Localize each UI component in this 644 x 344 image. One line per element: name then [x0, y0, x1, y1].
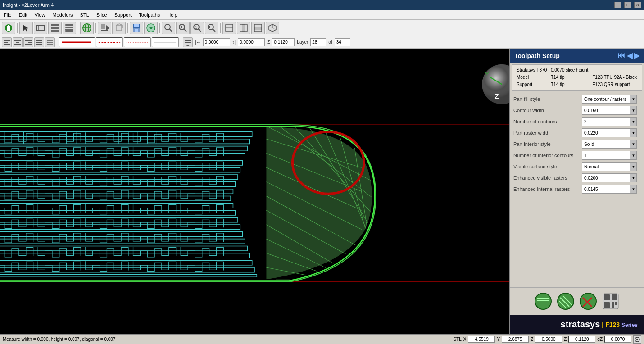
enhanced-visible-dropdown[interactable]: ▼ — [630, 173, 637, 182]
view-side-button[interactable] — [237, 22, 250, 34]
snap-button[interactable] — [633, 335, 641, 344]
part-fill-style-dropdown[interactable]: ▼ — [630, 95, 637, 104]
menu-file[interactable]: File — [0, 11, 15, 18]
layer-field[interactable]: 28 — [310, 38, 326, 46]
visible-surface-input[interactable]: Normal — [582, 162, 630, 171]
save-button[interactable] — [130, 22, 143, 34]
grid-icon[interactable] — [602, 292, 620, 310]
enhanced-internal-input[interactable]: 0.0145 — [582, 185, 630, 194]
line-style-2[interactable] — [96, 37, 123, 47]
align-right-button[interactable] — [23, 37, 33, 47]
z-field[interactable]: 0.1120 — [272, 38, 295, 46]
svg-rect-9 — [65, 29, 73, 30]
window-controls[interactable]: ─ □ ✕ — [614, 2, 641, 8]
nav-next[interactable]: ▶ — [634, 51, 639, 60]
view-top-button[interactable] — [222, 22, 236, 34]
bottom-icons — [510, 287, 644, 315]
svg-line-34 — [213, 29, 215, 32]
contour-width-dropdown[interactable]: ▼ — [630, 106, 637, 115]
menu-toolpaths[interactable]: Toolpaths — [135, 11, 163, 18]
select-button[interactable] — [19, 22, 33, 34]
menu-help[interactable]: Help — [163, 11, 181, 18]
align-center-button[interactable] — [13, 37, 23, 47]
x-field[interactable]: 0.0000 — [203, 38, 230, 46]
close-button[interactable]: ✕ — [634, 2, 641, 8]
line-style-4[interactable] — [152, 37, 179, 47]
model-label: Model — [515, 74, 549, 81]
zoom-previous-button[interactable] — [205, 22, 218, 34]
menu-view[interactable]: View — [31, 11, 49, 18]
justify-button[interactable] — [34, 37, 44, 47]
y-label: Y — [497, 337, 500, 342]
line-style-1[interactable] — [59, 37, 95, 47]
setting-row-enhanced-internal: Enhanced internal rasters 0.0145 ▼ — [513, 184, 640, 194]
move-to-platform-button[interactable] — [98, 22, 111, 34]
interior-contours-dropdown[interactable]: ▼ — [630, 151, 637, 160]
home-button[interactable] — [2, 22, 15, 34]
nav-prev[interactable]: ◀ — [627, 51, 632, 60]
globe-button[interactable] — [80, 22, 94, 34]
z-label: Z — [266, 40, 271, 45]
visible-surface-dropdown[interactable]: ▼ — [630, 162, 637, 171]
menu-edit[interactable]: Edit — [15, 11, 31, 18]
menubar: File Edit View Modelers STL Slice Suppor… — [0, 10, 644, 20]
contour-width-input[interactable]: 0.0160 — [582, 106, 630, 115]
menu-modelers[interactable]: Modelers — [49, 11, 76, 18]
visible-surface-control: Normal ▼ — [582, 162, 640, 171]
align-left-button[interactable] — [2, 37, 12, 47]
menu-stl[interactable]: STL — [77, 11, 93, 18]
nav-arrows[interactable]: ⏮ ◀ ▶ — [618, 51, 639, 60]
interior-style-dropdown[interactable]: ▼ — [630, 140, 637, 149]
indent-button[interactable] — [45, 37, 55, 47]
part-fill-style-control: One contour / rasters ▼ — [582, 95, 640, 104]
stop-icon[interactable] — [579, 292, 597, 310]
num-contours-input[interactable]: 2 — [582, 117, 630, 126]
menu-support[interactable]: Support — [111, 11, 136, 18]
line-style-3[interactable] — [124, 37, 151, 47]
part-fill-style-label: Part fill style — [513, 96, 582, 102]
y-field[interactable]: 0.0000 — [238, 38, 265, 46]
enhanced-internal-dropdown[interactable]: ▼ — [630, 185, 637, 194]
raster-icon-2[interactable] — [557, 292, 575, 310]
of-field[interactable]: 34 — [335, 38, 350, 46]
enhanced-visible-input[interactable]: 0.0200 — [582, 173, 630, 182]
printer-info: Stratasys F370 0.0070 slice height Model… — [512, 64, 642, 91]
sep2 — [78, 23, 78, 33]
nav-prev-prev[interactable]: ⏮ — [618, 51, 625, 60]
menu-slice[interactable]: Slice — [93, 11, 111, 18]
part-fill-style-input[interactable]: One contour / rasters — [582, 95, 630, 104]
maximize-button[interactable]: □ — [624, 2, 631, 8]
raster-width-dropdown[interactable]: ▼ — [630, 128, 637, 137]
view-3d-button[interactable] — [266, 22, 279, 34]
settings-panel: Part fill style One contour / rasters ▼ … — [510, 92, 644, 287]
orient-button[interactable] — [112, 22, 126, 34]
y-value: 2.6875 — [502, 336, 529, 343]
model-tip: T14 tip — [549, 74, 590, 81]
svg-line-25 — [169, 29, 172, 32]
printer-name: Stratasys F370 — [515, 67, 549, 74]
view-front-button[interactable] — [251, 22, 265, 34]
z-pos-value: 0.5000 — [535, 336, 562, 343]
num-contours-dropdown[interactable]: ▼ — [630, 117, 637, 126]
zoom-in-button[interactable] — [176, 22, 190, 34]
print-button[interactable] — [144, 22, 158, 34]
contour-button[interactable] — [34, 22, 47, 34]
raster-width-input[interactable]: 0.0220 — [582, 128, 630, 137]
canvas-area[interactable]: Z Y — [0, 49, 509, 334]
line-up-button[interactable] — [183, 37, 193, 47]
zoom-out-button[interactable] — [162, 22, 175, 34]
zoom-fit-button[interactable]: 1 — [190, 22, 204, 34]
setting-row-num-contours: Number of contours 2 ▼ — [513, 117, 640, 127]
minimize-button[interactable]: ─ — [614, 2, 621, 8]
window-title: Insight - v2Lever Arm 4 — [3, 2, 54, 8]
svg-point-14 — [83, 24, 91, 32]
svg-rect-7 — [65, 24, 73, 26]
stack-button[interactable] — [63, 22, 76, 34]
interior-style-input[interactable]: Solid — [582, 140, 630, 149]
z-value: 0.1120 — [568, 336, 595, 343]
titlebar: Insight - v2Lever Arm 4 ─ □ ✕ — [0, 0, 644, 10]
raster-icon-1[interactable] — [534, 292, 552, 310]
layers-button[interactable] — [48, 22, 62, 34]
svg-text:Y: Y — [485, 71, 489, 77]
interior-contours-input[interactable]: 1 — [582, 151, 630, 160]
